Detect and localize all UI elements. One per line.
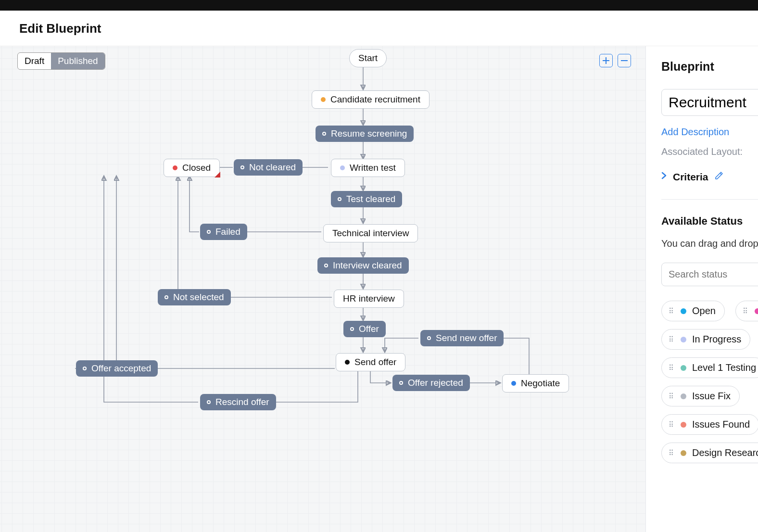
associated-layout-label: Associated Layout:	[661, 146, 758, 157]
blueprint-canvas[interactable]: Draft Published	[0, 46, 645, 532]
transition-dot-icon	[164, 295, 168, 299]
state-hr-interview[interactable]: HR interview	[334, 290, 404, 308]
transition-rescind-offer[interactable]: Rescind offer	[200, 394, 276, 410]
status-chip[interactable]: ⠿	[735, 301, 758, 321]
transition-offer-rejected[interactable]: Offer rejected	[392, 375, 470, 391]
status-chip[interactable]: ⠿Open	[661, 301, 725, 321]
state-technical-interview[interactable]: Technical interview	[323, 224, 418, 242]
status-chip-label: Issue Fix	[692, 391, 731, 402]
transition-dot-icon	[399, 381, 403, 385]
drag-handle-icon: ⠿	[669, 309, 675, 313]
transition-test-cleared[interactable]: Test cleared	[331, 191, 402, 207]
status-chip-label: Level 1 Testing	[692, 362, 756, 373]
add-description-link[interactable]: Add Description	[661, 127, 729, 138]
transition-dot-icon	[83, 367, 87, 370]
drag-handle-icon: ⠿	[669, 451, 675, 455]
seg-draft[interactable]: Draft	[18, 53, 51, 69]
status-color-dot-icon	[681, 450, 686, 456]
sidebar-title: Blueprint	[661, 60, 758, 74]
transition-failed[interactable]: Failed	[200, 224, 247, 240]
drag-handle-icon: ⠿	[669, 394, 675, 398]
status-chip-label: Issues Found	[692, 419, 750, 430]
transition-dot-icon	[350, 327, 354, 331]
transition-send-new-offer[interactable]: Send new offer	[420, 330, 504, 346]
transition-resume-screening[interactable]: Resume screening	[316, 126, 414, 142]
transition-not-cleared[interactable]: Not cleared	[234, 159, 303, 176]
drag-handle-icon: ⠿	[669, 423, 675, 427]
status-chip-label: Design Research	[692, 447, 758, 458]
state-closed[interactable]: Closed	[164, 159, 220, 177]
zoom-in-button[interactable]	[599, 54, 613, 67]
transition-offer-accepted[interactable]: Offer accepted	[76, 360, 158, 377]
status-color-dot-icon	[681, 337, 686, 342]
status-chip[interactable]: ⠿In Progress	[661, 329, 750, 350]
status-chip-label: Open	[692, 305, 716, 317]
page-header: Edit Blueprint	[0, 11, 758, 46]
status-chip[interactable]: ⠿Design Research	[661, 443, 758, 463]
transition-dot-icon	[207, 230, 211, 234]
status-chip[interactable]: ⠿Level 1 Testing	[661, 357, 758, 378]
status-dot-icon	[345, 360, 350, 365]
available-status-help: You can drag and drop the status.	[661, 236, 758, 251]
connectors	[0, 46, 645, 532]
state-candidate-recruitment[interactable]: Candidate recruitment	[312, 90, 430, 109]
drag-handle-icon: ⠿	[669, 338, 675, 342]
blueprint-sidebar: Blueprint Add Description Associated Lay…	[645, 46, 758, 532]
criteria-label: Criteria	[673, 171, 708, 183]
state-start[interactable]: Start	[349, 49, 387, 67]
status-dot-icon	[173, 165, 177, 170]
status-chip-label: In Progress	[692, 334, 741, 345]
status-chip-list: ⠿Open⠿⠿In Progress⠿Level 1 Testing⠿Issue…	[661, 301, 758, 463]
state-send-offer[interactable]: Send offer	[336, 353, 405, 371]
transition-not-selected[interactable]: Not selected	[158, 289, 231, 305]
seg-published[interactable]: Published	[51, 53, 104, 69]
status-chip[interactable]: ⠿Issue Fix	[661, 386, 740, 406]
status-color-dot-icon	[681, 393, 686, 399]
pencil-icon[interactable]	[714, 171, 724, 183]
transition-dot-icon	[324, 264, 328, 267]
zoom-out-button[interactable]	[618, 54, 631, 67]
transition-interview-cleared[interactable]: Interview cleared	[317, 257, 409, 274]
transition-dot-icon	[322, 132, 326, 136]
status-color-dot-icon	[681, 365, 686, 371]
window-chrome	[0, 0, 758, 11]
blueprint-name-input[interactable]	[661, 89, 758, 116]
status-dot-icon	[511, 381, 516, 386]
state-written-test[interactable]: Written test	[331, 159, 405, 177]
drag-handle-icon: ⠿	[743, 309, 749, 313]
status-dot-icon	[340, 165, 345, 170]
status-chip[interactable]: ⠿Issues Found	[661, 414, 758, 435]
minus-icon	[620, 57, 628, 64]
transition-dot-icon	[338, 197, 341, 201]
status-dot-icon	[321, 97, 326, 102]
status-color-dot-icon	[755, 308, 758, 314]
draft-published-toggle[interactable]: Draft Published	[17, 52, 105, 70]
chevron-right-icon	[661, 172, 667, 182]
status-color-dot-icon	[681, 422, 686, 428]
transition-dot-icon	[207, 400, 211, 404]
transition-offer[interactable]: Offer	[343, 321, 386, 337]
transition-dot-icon	[240, 165, 244, 169]
drag-handle-icon: ⠿	[669, 366, 675, 370]
status-color-dot-icon	[681, 308, 686, 314]
page-title: Edit Blueprint	[19, 21, 739, 36]
final-state-icon	[215, 172, 220, 177]
plus-icon	[602, 57, 610, 64]
state-negotiate[interactable]: Negotiate	[502, 374, 569, 393]
criteria-toggle[interactable]: Criteria	[661, 171, 758, 183]
transition-dot-icon	[427, 336, 431, 340]
available-status-title: Available Status	[661, 215, 758, 228]
search-status-input[interactable]	[661, 263, 758, 286]
